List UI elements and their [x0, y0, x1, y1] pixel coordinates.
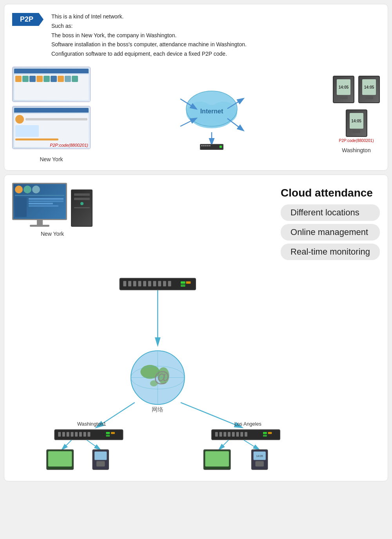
cloud-section: New York Cloud attendance Different loca…	[4, 175, 388, 481]
svg-rect-19	[138, 281, 141, 286]
p2p-line4: Software installation in the boss's comp…	[51, 40, 247, 49]
drive-bay-1	[74, 193, 90, 196]
p2p-right-panel: 14:05 14:05 14:05 P2P:code(8800201	[333, 76, 380, 153]
svg-rect-15	[120, 279, 196, 289]
svg-rect-51	[87, 432, 90, 437]
new-york-label-p2p: New York	[12, 156, 91, 162]
p2p-line2: Such as:	[51, 22, 247, 31]
device-1: 14:05	[333, 76, 354, 103]
svg-rect-71	[240, 432, 243, 437]
feature-badge-1: Different locations	[281, 204, 380, 221]
monitor-base	[30, 225, 49, 227]
new-york-label-cloud: New York	[41, 231, 64, 237]
devices-top-row: 14:05 14:05	[333, 76, 380, 103]
p2p-section: P2P This is a kind of Intel network. Suc…	[4, 4, 388, 171]
network-diagram-svg: @ 网络 Washington1	[12, 268, 380, 472]
svg-rect-22	[153, 281, 156, 286]
svg-rect-25	[168, 281, 171, 286]
svg-rect-17	[128, 281, 131, 286]
p2p-header: P2P This is a kind of Intel network. Suc…	[12, 12, 380, 59]
p2p-description: This is a kind of Intel network. Such as…	[51, 12, 247, 59]
svg-rect-21	[148, 281, 151, 286]
svg-rect-18	[133, 281, 136, 286]
svg-line-76	[219, 440, 229, 450]
software-screenshot-top	[12, 67, 91, 102]
monitor-screen	[12, 183, 67, 220]
svg-rect-60	[94, 452, 107, 460]
svg-rect-49	[79, 432, 82, 437]
fingerprint-sensor-2	[365, 96, 373, 99]
computer-setup	[12, 183, 93, 227]
p2p-code-left: P2P:code(8800201)	[50, 143, 88, 147]
svg-rect-24	[163, 281, 166, 286]
svg-rect-11	[207, 145, 209, 146]
p2p-line5: Configuration software to add equipment,…	[51, 49, 247, 59]
cloud-left-panel: New York	[12, 183, 93, 237]
svg-rect-13	[220, 146, 222, 148]
feature-badge-2: Online management	[281, 224, 380, 240]
p2p-code-right: P2P:code(8800201)	[339, 138, 374, 143]
svg-rect-9	[203, 145, 205, 146]
drive-bay-3	[74, 207, 90, 208]
svg-rect-26	[181, 281, 185, 284]
terminal-device-2: 14:05	[358, 76, 380, 103]
svg-rect-50	[83, 432, 86, 437]
terminal-device-3: 14:05	[346, 109, 367, 137]
svg-rect-79	[205, 451, 229, 466]
p2p-line3: The boss in New York, the company in Was…	[51, 31, 247, 40]
svg-rect-46	[67, 432, 69, 437]
monitor	[12, 183, 67, 227]
svg-text:Washington1: Washington1	[77, 421, 106, 427]
svg-text:Los Angeles: Los Angeles	[234, 421, 261, 427]
drive-bay-2	[74, 198, 90, 200]
svg-rect-74	[268, 432, 272, 434]
tower-pc	[71, 189, 93, 227]
p2p-badge: P2P	[12, 13, 44, 26]
svg-rect-69	[232, 432, 235, 437]
svg-rect-48	[75, 432, 78, 437]
svg-rect-54	[106, 435, 110, 437]
terminal-screen-3: 14:05	[350, 113, 363, 129]
svg-text:Internet: Internet	[200, 108, 223, 115]
svg-rect-58	[48, 451, 72, 466]
power-button	[80, 202, 83, 205]
software-screenshot-bottom: P2P:code(8800201)	[12, 106, 91, 149]
svg-rect-52	[106, 432, 110, 434]
p2p-line1: This is a kind of Intel network.	[51, 12, 247, 22]
svg-rect-23	[158, 281, 161, 286]
fingerprint-sensor-3	[352, 130, 360, 133]
monitor-screen-inner	[13, 184, 66, 219]
svg-rect-8	[201, 145, 203, 146]
p2p-left-panel: P2P:code(8800201) New York	[12, 67, 91, 162]
p2p-center-cloud: Internet	[91, 75, 333, 154]
svg-rect-16	[123, 281, 126, 286]
network-diagram: @ 网络 Washington1	[12, 268, 380, 473]
feature-badge-3: Real-time monitoring	[281, 244, 380, 260]
svg-rect-68	[228, 432, 230, 437]
svg-line-77	[244, 440, 259, 450]
terminal-screen-2: 14:05	[362, 79, 376, 95]
cloud-features: Cloud attendance Different locations Onl…	[281, 183, 380, 260]
svg-rect-82	[255, 461, 263, 467]
cloud-title: Cloud attendance	[281, 187, 380, 199]
svg-rect-28	[181, 284, 185, 287]
svg-rect-70	[236, 432, 239, 437]
device-2: 14:05	[358, 76, 380, 103]
svg-line-55	[62, 440, 71, 450]
device-3-container: 14:05 P2P:code(8800201)	[339, 109, 374, 143]
svg-rect-12	[209, 145, 211, 146]
p2p-diagram: P2P:code(8800201) New York Internet	[12, 67, 380, 162]
svg-rect-66	[220, 432, 222, 437]
svg-rect-75	[263, 435, 267, 437]
svg-rect-44	[58, 432, 61, 437]
cloud-top-row: New York Cloud attendance Different loca…	[12, 183, 380, 260]
monitor-stand	[37, 220, 43, 225]
svg-rect-47	[71, 432, 73, 437]
svg-rect-53	[111, 432, 115, 434]
svg-rect-72	[245, 432, 247, 437]
svg-rect-67	[223, 432, 226, 437]
terminal-screen-1: 14:05	[337, 79, 350, 95]
svg-rect-65	[215, 432, 218, 437]
svg-rect-27	[186, 281, 191, 284]
svg-text:14:05: 14:05	[256, 455, 263, 457]
